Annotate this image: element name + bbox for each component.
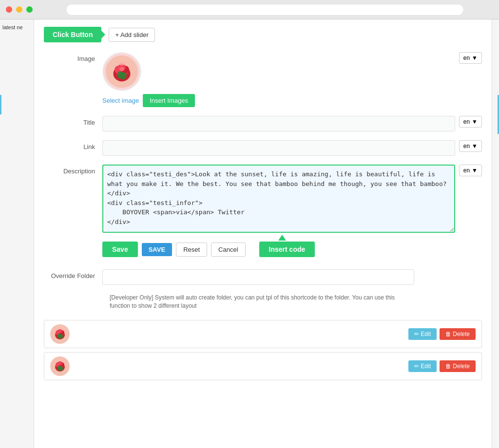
- slider-1-edit-button[interactable]: ✏ Edit: [408, 328, 437, 340]
- sidebar-scroll-indicator: [0, 95, 1, 114]
- override-control-wrap: [102, 269, 482, 285]
- link-label: Link: [44, 140, 102, 150]
- description-lang-dropdown[interactable]: en ▼: [459, 165, 482, 176]
- insert-code-button[interactable]: Insert code: [259, 242, 315, 257]
- insert-code-arrow: [278, 235, 286, 241]
- image-container: Select image Insert Images: [102, 52, 195, 107]
- select-image-link[interactable]: Select image: [102, 97, 139, 104]
- description-textarea[interactable]: <div class="testi_des">Look at the sunse…: [102, 165, 455, 233]
- svg-point-8: [120, 72, 126, 80]
- image-actions: Select image Insert Images: [102, 94, 195, 107]
- link-control-wrap: en ▼: [102, 140, 482, 156]
- slider-thumb-2: [50, 356, 70, 376]
- slider-item: ✏ Edit 🗑 Delete: [44, 320, 482, 348]
- insert-code-wrapper: Insert code: [250, 242, 315, 257]
- reset-button[interactable]: Reset: [176, 243, 207, 257]
- pencil-icon: ✏: [414, 331, 419, 337]
- click-button[interactable]: Click Button: [44, 27, 101, 42]
- dot-yellow[interactable]: [16, 6, 22, 13]
- image-lang-dropdown[interactable]: en ▼: [459, 52, 482, 64]
- insert-images-button[interactable]: Insert Images: [143, 94, 195, 107]
- title-lang-dropdown[interactable]: en ▼: [459, 116, 482, 128]
- top-buttons-area: Click Button + Add slider: [44, 27, 482, 42]
- save-button[interactable]: Save: [102, 242, 138, 257]
- override-hint: [Developer Only] System will auto create…: [110, 294, 402, 310]
- title-control-wrap: en ▼: [102, 116, 482, 131]
- image-label: Image: [44, 52, 102, 62]
- slider-items-list: ✏ Edit 🗑 Delete: [44, 320, 482, 380]
- description-row: Description <div class="testi_des">Look …: [44, 165, 482, 233]
- dot-green[interactable]: [26, 6, 33, 13]
- svg-point-22: [58, 361, 62, 365]
- title-label: Title: [44, 116, 102, 126]
- slider-2-edit-button[interactable]: ✏ Edit: [408, 360, 437, 372]
- save2-button[interactable]: SAVE: [142, 243, 172, 256]
- cancel-button[interactable]: Cancel: [211, 243, 245, 257]
- slider-2-delete-button[interactable]: 🗑 Delete: [440, 360, 476, 372]
- link-row: Link en ▼: [44, 140, 482, 156]
- pencil-icon: ✏: [414, 363, 419, 370]
- title-row: Title en ▼: [44, 116, 482, 131]
- dot-red[interactable]: [6, 6, 12, 13]
- slider-item-2: ✏ Edit 🗑 Delete: [44, 352, 482, 380]
- slider-thumb-1: [50, 324, 70, 344]
- content-area: Click Button + Add slider Image: [34, 19, 492, 448]
- left-sidebar: latest ne: [0, 19, 34, 448]
- svg-point-16: [59, 334, 63, 339]
- action-buttons-area: Save SAVE Reset Cancel Insert code: [102, 242, 482, 257]
- address-bar[interactable]: [66, 4, 464, 16]
- svg-point-24: [59, 366, 63, 371]
- chevron-down-icon: ▼: [472, 143, 478, 149]
- image-row: Image: [44, 52, 482, 107]
- add-slider-button[interactable]: + Add slider: [109, 28, 154, 42]
- image-preview: [102, 52, 141, 91]
- description-control-wrap: <div class="testi_des">Look at the sunse…: [102, 165, 482, 233]
- description-label: Description: [44, 165, 102, 175]
- slider-1-actions: ✏ Edit 🗑 Delete: [408, 328, 476, 340]
- override-input[interactable]: [102, 269, 414, 285]
- chevron-down-icon: ▼: [472, 118, 478, 125]
- slider-1-delete-button[interactable]: 🗑 Delete: [440, 328, 476, 340]
- chevron-down-icon: ▼: [472, 167, 478, 174]
- override-section: Override Folder [Developer Only] System …: [44, 269, 482, 310]
- sidebar-text: latest ne: [0, 19, 34, 35]
- trash-icon: 🗑: [445, 331, 451, 337]
- chevron-down-icon: ▼: [472, 55, 478, 61]
- title-input[interactable]: [102, 116, 455, 131]
- rose-image: [105, 55, 139, 89]
- override-label: Override Folder: [44, 269, 102, 280]
- slider-2-actions: ✏ Edit 🗑 Delete: [408, 360, 476, 372]
- window-chrome: [0, 0, 499, 19]
- right-sidebar: [492, 19, 499, 448]
- plus-icon: +: [115, 31, 119, 38]
- trash-icon: 🗑: [445, 363, 451, 370]
- override-row: Override Folder: [44, 269, 482, 285]
- link-input[interactable]: [102, 140, 455, 156]
- svg-point-6: [119, 67, 125, 71]
- slider-rose-2: [50, 356, 70, 376]
- svg-point-14: [58, 329, 62, 333]
- link-lang-dropdown[interactable]: en ▼: [459, 140, 482, 152]
- main-layout: latest ne Click Button + Add slider Imag…: [0, 19, 499, 448]
- slider-rose-1: [50, 324, 70, 344]
- image-control-wrap: Select image Insert Images en ▼: [102, 52, 482, 107]
